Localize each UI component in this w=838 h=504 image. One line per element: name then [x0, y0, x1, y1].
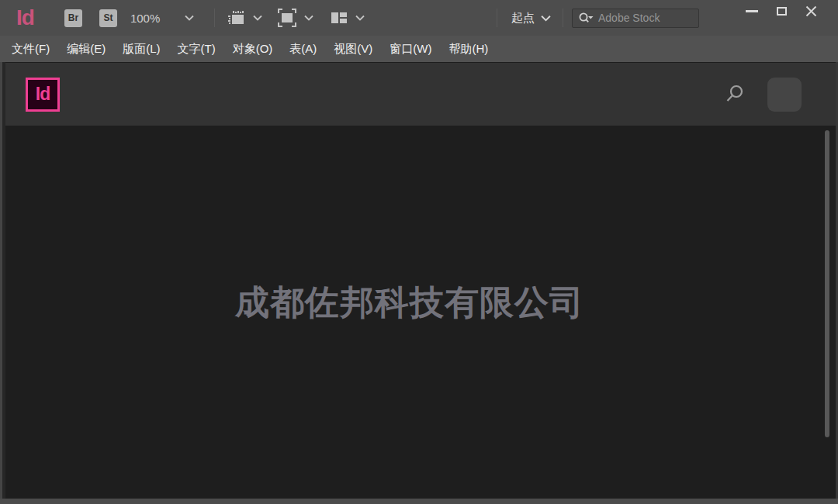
vertical-scrollbar[interactable]: [825, 130, 829, 437]
start-screen-header: Id: [5, 63, 836, 126]
menu-edit[interactable]: 编辑(E): [58, 36, 114, 62]
chevron-down-icon[interactable]: [541, 15, 551, 22]
menu-window[interactable]: 窗口(W): [381, 36, 440, 62]
start-screen: Id 成都佐邦科技有限公司: [0, 62, 838, 499]
toolbar-separator: [214, 9, 215, 27]
indesign-logo: Id: [26, 78, 60, 112]
menu-object[interactable]: 对象(O): [224, 36, 282, 62]
chevron-down-icon[interactable]: [355, 15, 365, 21]
menu-view[interactable]: 视图(V): [325, 36, 381, 62]
close-button[interactable]: [796, 0, 826, 22]
arrange-documents-icon[interactable]: [329, 8, 349, 28]
maximize-button[interactable]: [767, 0, 796, 22]
minimize-button[interactable]: [737, 0, 767, 22]
menu-table[interactable]: 表(A): [281, 36, 325, 62]
search-icon[interactable]: [724, 84, 745, 105]
indesign-app-icon: Id: [16, 0, 34, 36]
bridge-button[interactable]: Br: [64, 9, 82, 27]
toolbar-separator: [497, 9, 497, 27]
menu-layout[interactable]: 版面(L): [114, 36, 168, 62]
adobe-stock-search[interactable]: [572, 9, 699, 28]
minimize-icon: [746, 10, 758, 12]
company-watermark: 成都佐邦科技有限公司: [0, 280, 829, 326]
menu-help[interactable]: 帮助(H): [440, 36, 497, 62]
menu-type[interactable]: 文字(T): [169, 36, 224, 62]
stock-button[interactable]: St: [99, 9, 117, 27]
workspace-switcher[interactable]: 起点: [511, 11, 535, 26]
chevron-down-icon[interactable]: [253, 15, 262, 21]
titlebar: Id Br St 100%: [0, 0, 838, 36]
chevron-down-icon[interactable]: [185, 15, 194, 21]
avatar[interactable]: [767, 78, 802, 112]
indesign-window: Id Br St 100%: [0, 0, 838, 504]
close-icon: [805, 5, 817, 17]
screen-mode-icon[interactable]: [276, 7, 298, 29]
view-options-icon[interactable]: [226, 8, 247, 29]
search-icon: [577, 12, 594, 25]
menubar: 文件(F) 编辑(E) 版面(L) 文字(T) 对象(O) 表(A) 视图(V)…: [0, 36, 838, 62]
menu-file[interactable]: 文件(F): [3, 36, 58, 62]
titlebar-right-group: 起点: [497, 9, 699, 28]
search-input[interactable]: [598, 12, 694, 24]
toolbar-separator: [563, 9, 563, 27]
window-bottom-border: [0, 499, 838, 504]
maximize-icon: [777, 7, 787, 16]
chevron-down-icon[interactable]: [304, 15, 313, 21]
window-controls: [737, 0, 826, 22]
zoom-level-value[interactable]: 100%: [130, 12, 160, 25]
